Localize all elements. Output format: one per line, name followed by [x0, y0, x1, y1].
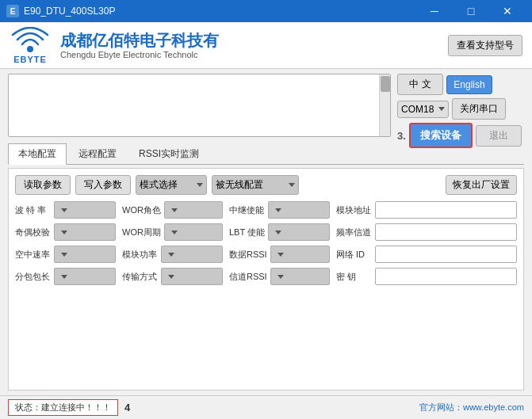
param-air-rate: 空中速率: [15, 246, 116, 263]
maximize-button[interactable]: □: [453, 0, 489, 22]
wor-period-label: WOR周期: [122, 227, 161, 238]
close-button[interactable]: ✕: [489, 0, 526, 22]
minimize-button[interactable]: ─: [416, 0, 453, 22]
close-port-button[interactable]: 关闭串口: [452, 98, 506, 120]
param-data-rssi: 数据RSSI: [229, 246, 330, 263]
param-wor-period: WOR周期: [122, 223, 223, 241]
mode-dropdown-icon: [197, 183, 203, 187]
radio-config-select[interactable]: 被无线配置: [212, 175, 299, 195]
param-module-power: 模块功率: [122, 246, 223, 263]
relay-dropdown-icon: [275, 208, 281, 212]
step3-label: 3.: [397, 130, 406, 142]
air-rate-select[interactable]: [54, 246, 116, 263]
com-row: COM18 关闭串口: [397, 98, 524, 120]
company-name-cn: 成都亿佰特电子科技有: [60, 31, 219, 50]
status-box: 状态：建立连接中！！！: [8, 399, 118, 416]
support-model-button[interactable]: 查看支持型号: [448, 35, 522, 56]
channel-rssi-select[interactable]: [270, 268, 330, 285]
header: EBYTE 成都亿佰特电子科技有 Chengdu Ebyte Electroni…: [0, 22, 532, 69]
packet-len-label: 分包包长: [15, 271, 51, 283]
right-buttons: 中 文 English COM18 关闭串口 3. 搜索设备 退出: [397, 74, 524, 137]
wor-role-select[interactable]: [164, 201, 223, 219]
company-name-en: Chengdu Ebyte Electronic Technolc: [60, 50, 219, 59]
chinese-lang-button[interactable]: 中 文: [397, 74, 443, 95]
wor-role-label: WOR角色: [122, 204, 161, 216]
param-section: 读取参数 写入参数 模式选择 被无线配置 恢复出厂设置 波 特 率: [8, 168, 524, 390]
data-rssi-dropdown-icon: [277, 253, 284, 257]
relay-select[interactable]: [268, 201, 330, 219]
company-name: 成都亿佰特电子科技有 Chengdu Ebyte Electronic Tech…: [60, 31, 219, 59]
read-params-button[interactable]: 读取参数: [15, 175, 71, 195]
param-key: 密 钥: [336, 268, 517, 285]
air-rate-label: 空中速率: [15, 249, 51, 261]
logo-area: EBYTE: [10, 29, 51, 62]
param-transfer-mode: 传输方式: [122, 268, 223, 285]
tab-rssi-monitor[interactable]: RSSI实时监测: [128, 143, 209, 164]
scrollbar-thumb: [381, 76, 390, 92]
baud-rate-label: 波 特 率: [15, 204, 51, 216]
step4-label: 4: [124, 402, 130, 413]
freq-channel-input[interactable]: [375, 223, 517, 241]
wor-period-dropdown-icon: [171, 230, 178, 234]
app-icon: E: [6, 5, 19, 17]
transfer-mode-dropdown-icon: [168, 275, 174, 279]
logo-icon: EBYTE: [10, 29, 51, 62]
param-module-addr: 模块地址: [336, 201, 517, 219]
logo-text: EBYTE: [13, 55, 47, 64]
com-port-select[interactable]: COM18: [397, 101, 449, 118]
param-grid: 波 特 率 WOR角色 中继使能: [15, 201, 517, 285]
param-parity: 奇偶校验: [15, 223, 116, 241]
data-rssi-label: 数据RSSI: [229, 249, 267, 261]
top-section: 中 文 English COM18 关闭串口 3. 搜索设备 退出: [8, 74, 524, 137]
tab-remote-config[interactable]: 远程配置: [68, 143, 127, 164]
lang-row: 中 文 English: [397, 74, 524, 95]
wor-period-select[interactable]: [164, 223, 223, 241]
parity-dropdown-icon: [61, 230, 67, 234]
param-lbt: LBT 使能: [229, 223, 330, 241]
svg-point-0: [27, 46, 33, 52]
param-toolbar: 读取参数 写入参数 模式选择 被无线配置 恢复出厂设置: [15, 175, 517, 195]
param-wor-role: WOR角色: [122, 201, 223, 219]
lbt-select[interactable]: [268, 223, 330, 241]
module-power-select[interactable]: [161, 246, 223, 263]
packet-len-select[interactable]: [54, 268, 116, 285]
transfer-mode-select[interactable]: [161, 268, 223, 285]
log-scrollbar[interactable]: [379, 74, 390, 136]
air-rate-dropdown-icon: [61, 253, 67, 257]
factory-reset-button[interactable]: 恢复出厂设置: [446, 175, 517, 195]
param-baud-rate: 波 特 率: [15, 201, 116, 219]
radio-dropdown-icon: [289, 183, 295, 187]
log-area: [8, 74, 391, 137]
module-power-dropdown-icon: [168, 253, 174, 257]
network-id-input[interactable]: [375, 246, 517, 263]
channel-rssi-label: 信道RSSI: [229, 271, 267, 283]
parity-label: 奇偶校验: [15, 227, 51, 238]
write-params-button[interactable]: 写入参数: [75, 175, 131, 195]
mode-select[interactable]: 模式选择: [136, 175, 207, 195]
logo-waves-icon: [11, 27, 49, 55]
freq-channel-label: 频率信道: [336, 227, 372, 238]
lbt-label: LBT 使能: [229, 227, 265, 238]
module-addr-input[interactable]: [375, 201, 517, 219]
param-relay: 中继使能: [229, 201, 330, 219]
title-bar: E E90_DTU_400SL30P ─ □ ✕: [0, 0, 532, 22]
main-window: EBYTE 成都亿佰特电子科技有 Chengdu Ebyte Electroni…: [0, 22, 532, 419]
status-bar: 状态：建立连接中！！！ 4 官方网站：www.ebyte.com: [0, 395, 532, 419]
window-title: E90_DTU_400SL30P: [24, 6, 115, 17]
tab-local-config[interactable]: 本地配置: [8, 143, 67, 165]
com-dropdown-arrow-icon: [438, 107, 445, 111]
data-rssi-select[interactable]: [270, 246, 330, 263]
status-text: 状态：建立连接中！！！: [15, 402, 111, 412]
english-lang-button[interactable]: English: [446, 75, 492, 94]
param-channel-rssi: 信道RSSI: [229, 268, 330, 285]
key-label: 密 钥: [336, 271, 372, 283]
parity-select[interactable]: [54, 223, 116, 241]
tab-bar: 本地配置 远程配置 RSSI实时监测: [8, 143, 524, 165]
baud-rate-select[interactable]: [54, 201, 116, 219]
param-freq-channel: 频率信道: [336, 223, 517, 241]
lbt-dropdown-icon: [275, 230, 281, 234]
packet-len-dropdown-icon: [61, 275, 67, 279]
key-input[interactable]: [375, 268, 517, 285]
content-area: 中 文 English COM18 关闭串口 3. 搜索设备 退出: [0, 69, 532, 395]
param-network-id: 网络 ID: [336, 246, 517, 263]
